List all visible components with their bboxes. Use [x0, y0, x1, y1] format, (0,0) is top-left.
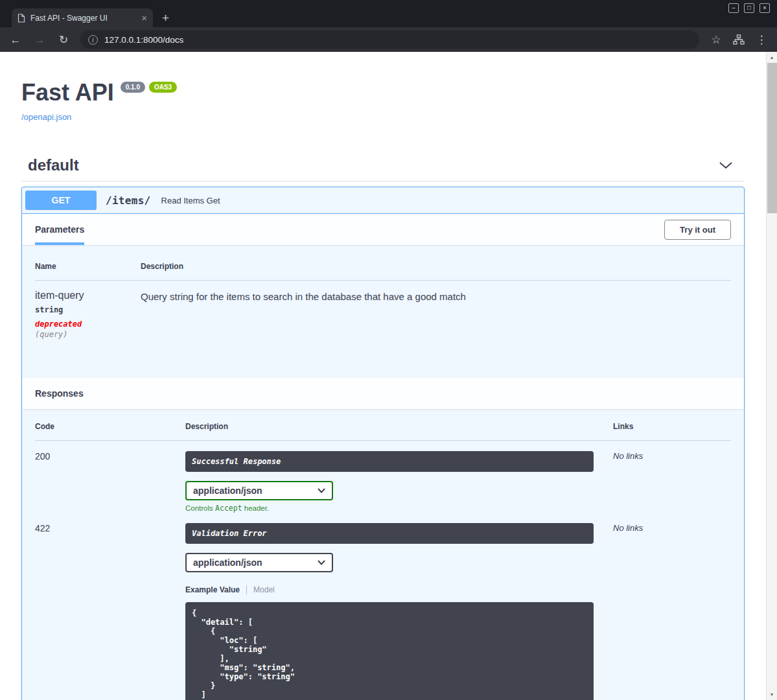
response-description-cell: Validation Error application/json Exampl… [185, 513, 613, 700]
response-col-links: Links [613, 422, 731, 441]
media-type-select[interactable]: application/json [185, 481, 333, 500]
response-row-422: 422 Validation Error application/json Ex… [35, 513, 731, 700]
operation-body: Parameters Try it out Name Description i… [22, 214, 744, 700]
window-controls: – □ × [728, 3, 770, 13]
tag-section-header[interactable]: default [21, 156, 745, 181]
opblock-get-items: GET /items/ Read Items Get Parameters Tr… [21, 187, 745, 700]
accept-header-note: Controls Accept header. [185, 504, 613, 513]
menu-icon[interactable]: ⋮ [754, 34, 769, 45]
tag-title: default [28, 156, 79, 174]
response-description: Successful Response [185, 451, 594, 472]
forward-button[interactable]: → [32, 34, 47, 45]
parameters-tab: Parameters [35, 214, 84, 245]
browser-toolbar: ← → ↻ i 127.0.0.1:8000/docs ☆ ⋮ [0, 27, 777, 52]
parameter-location: (query) [35, 330, 141, 339]
parameter-row: item-query string deprecated (query) Que… [35, 281, 731, 339]
operation-summary[interactable]: GET /items/ Read Items Get [22, 187, 744, 214]
param-col-name: Name [35, 254, 141, 281]
page-viewport: Fast API 0.1.0 OAS3 /openapi.json defaul… [0, 52, 777, 700]
note-suffix: header. [242, 504, 270, 512]
chevron-down-icon[interactable] [719, 161, 733, 169]
parameter-type: string [35, 305, 141, 314]
response-col-description: Description [185, 422, 613, 441]
tab-strip: Fast API - Swagger UI × + [12, 8, 169, 27]
parameter-name: item-query [35, 290, 141, 301]
example-model-tabs: Example Value Model [185, 585, 613, 594]
response-code: 200 [35, 441, 185, 513]
response-links: No links [613, 513, 731, 700]
parameters-table-header: Name Description [35, 254, 731, 281]
document-icon [17, 14, 25, 23]
openapi-spec-link[interactable]: /openapi.json [21, 112, 71, 122]
scrollbar[interactable]: ▲ ▼ [766, 52, 777, 700]
responses-table: Code Description Links 200 Successful Re… [22, 409, 744, 700]
scroll-up-icon[interactable]: ▲ [767, 52, 777, 63]
api-title-text: Fast API [21, 79, 114, 106]
note-prefix: Controls [185, 504, 215, 512]
model-tab[interactable]: Model [247, 585, 275, 594]
tab-title: Fast API - Swagger UI [30, 14, 136, 23]
response-description: Validation Error [185, 523, 594, 544]
minimize-button[interactable]: – [728, 3, 739, 13]
maximize-button[interactable]: □ [744, 3, 754, 13]
note-code: Accept [215, 504, 242, 513]
responses-table-header: Code Description Links [35, 422, 731, 441]
window-titlebar: Fast API - Swagger UI × + – □ × [0, 0, 777, 27]
scroll-down-icon[interactable]: ▼ [767, 689, 777, 700]
operation-summary-text: Read Items Get [161, 196, 220, 205]
site-hierarchy-icon[interactable] [733, 34, 745, 45]
parameter-description: Query string for the items to search in … [141, 281, 731, 339]
chevron-down-icon [318, 560, 325, 565]
parameter-deprecated-flag: deprecated [35, 320, 141, 329]
tab-close-icon[interactable]: × [141, 13, 147, 23]
url-text: 127.0.0.1:8000/docs [104, 35, 183, 45]
http-method-badge: GET [25, 191, 97, 210]
operation-path: /items/ [106, 194, 151, 207]
oas-badge: OAS3 [149, 82, 177, 93]
param-col-description: Description [141, 254, 731, 281]
parameters-header: Parameters Try it out [22, 214, 744, 245]
site-info-icon[interactable]: i [88, 35, 98, 45]
parameters-table: Name Description item-query string depre… [22, 245, 744, 378]
response-code: 422 [35, 513, 185, 700]
response-row-200: 200 Successful Response application/json… [35, 441, 731, 513]
media-type-select[interactable]: application/json [185, 553, 333, 572]
version-badge: 0.1.0 [121, 82, 145, 93]
response-description-cell: Successful Response application/json Con… [185, 441, 613, 513]
response-links: No links [613, 441, 731, 513]
api-info: Fast API 0.1.0 OAS3 /openapi.json [21, 52, 745, 122]
responses-header: Responses [22, 378, 744, 409]
new-tab-button[interactable]: + [162, 12, 169, 24]
response-col-code: Code [35, 422, 185, 441]
browser-window: Fast API - Swagger UI × + – □ × ← → ↻ i … [0, 0, 777, 700]
media-type-value: application/json [193, 557, 262, 568]
chevron-down-icon [318, 488, 325, 493]
close-button[interactable]: × [760, 3, 770, 13]
example-value-tab[interactable]: Example Value [185, 585, 247, 594]
parameter-name-cell: item-query string deprecated (query) [35, 281, 141, 339]
bookmark-star-icon[interactable]: ☆ [709, 34, 723, 45]
page-title: Fast API 0.1.0 OAS3 [21, 79, 745, 106]
example-json-block: { "detail": [ { "loc": [ "string" ], "ms… [185, 602, 594, 700]
browser-tab[interactable]: Fast API - Swagger UI × [12, 8, 153, 27]
swagger-page: Fast API 0.1.0 OAS3 /openapi.json defaul… [0, 52, 766, 700]
reload-button[interactable]: ↻ [56, 34, 71, 45]
responses-title: Responses [35, 388, 84, 399]
scrollbar-thumb[interactable] [767, 63, 777, 213]
media-type-value: application/json [193, 485, 262, 496]
back-button[interactable]: ← [8, 34, 23, 45]
address-bar[interactable]: i 127.0.0.1:8000/docs [80, 30, 699, 49]
api-badges: 0.1.0 OAS3 [121, 82, 177, 93]
try-it-out-button[interactable]: Try it out [664, 220, 731, 240]
